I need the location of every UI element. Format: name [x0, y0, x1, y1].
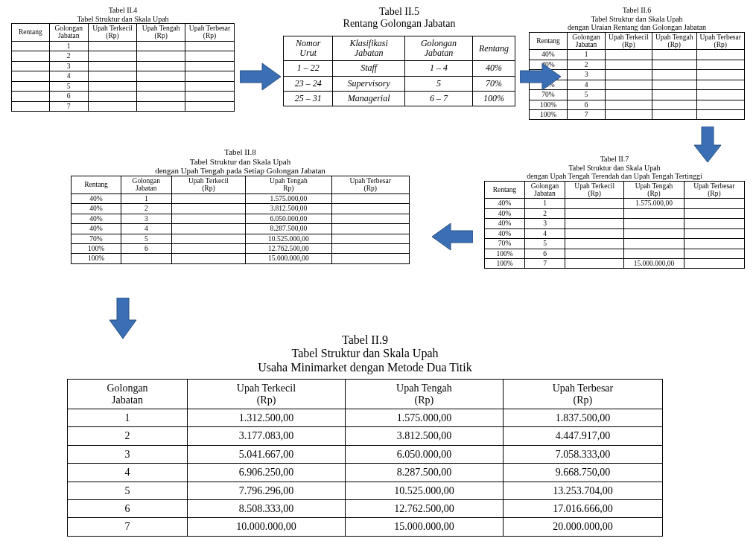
table-row: 100%7: [530, 110, 745, 120]
table-row: 5: [12, 81, 235, 91]
col-terbesar: Upah Terbesar(Rp): [185, 24, 235, 42]
col-tengah: Upah Tengah(Rp): [652, 32, 696, 50]
table-II9: GolonganJabatan Upah Terkecil(Rp) Upah T…: [67, 379, 663, 537]
table-row: 40%3: [485, 219, 745, 228]
table-II9-block: Tabel II.9 Tabel Struktur dan Skala Upah…: [67, 333, 663, 537]
table-II5-block: Tabel II.5 Rentang Golongan Jabatan Nomo…: [283, 6, 515, 106]
table-row: 40%11.575.000,00: [485, 199, 745, 208]
table-row: 710.000.000,0015.000.000,0020.000.000,00: [68, 518, 663, 536]
table-row: 100%715.000.000,00: [485, 259, 745, 269]
table-row: 100%6: [485, 249, 745, 258]
col-rentang: Rentang: [472, 36, 515, 61]
col-rentang: Rentang: [485, 181, 525, 199]
col-tengah: Upah Tengah(Rp): [624, 181, 684, 199]
table-II8: Rentang GolonganJabatan Upah Terkecil(Rp…: [71, 176, 410, 264]
table-row: 1 – 22Staff1 – 440%: [284, 61, 515, 76]
table-II6-title2: Tabel Struktur dan Skala Upah: [529, 15, 745, 24]
table-II5-title1: Tabel II.5: [283, 6, 515, 18]
arrow-right-icon: [520, 62, 561, 92]
table-row: 40%36.050.000,00: [72, 214, 410, 223]
table-row: 40%4: [530, 80, 745, 89]
table-row: 68.508.333,0012.762.500,0017.016.666,00: [68, 499, 663, 517]
table-row: Rentang GolonganJabatan Upah Terkecil(Rp…: [12, 24, 235, 42]
arrow-left-icon: [432, 222, 473, 252]
table-row: Rentang GolonganJabatan Upah Terkecil(Rp…: [485, 181, 745, 199]
table-row: 40%23.812.500,00: [72, 204, 410, 214]
svg-marker-3: [432, 223, 473, 250]
table-II5-title2: Rentang Golongan Jabatan: [283, 18, 515, 30]
table-II6-title1: Tabel II.6: [529, 6, 745, 15]
col-terkecil: Upah Terkecil(Rp): [565, 181, 624, 199]
col-rentang: Rentang: [72, 176, 121, 193]
table-row: 40%4: [485, 228, 745, 238]
table-row: Rentang GolonganJabatan Upah Terkecil(Rp…: [72, 176, 410, 193]
table-row: 23.177.083,003.812.500,004.447.917,00: [68, 427, 663, 445]
table-row: 35.041.667,006.050.000,007.058.333,00: [68, 445, 663, 463]
table-row: 25 – 31Managerial6 – 7100%: [284, 91, 515, 106]
table-row: 40%2: [530, 60, 745, 69]
table-II9-title3: Usaha Minimarket dengan Metode Dua Titik: [67, 361, 663, 374]
col-tengah: Upah TengahRp): [246, 176, 331, 193]
table-row: Nomor Urut Klasifikasi Jabatan Golongan …: [284, 36, 515, 61]
col-terbesar: Upah Terbesar(Rp): [503, 380, 662, 409]
table-II6-title3: dengan Uraian Rentang dan Golongan Jabat…: [529, 23, 745, 32]
table-row: 11.312.500,001.575.000,001.837.500,00: [68, 409, 663, 426]
table-row: 100%15.000.000,00: [72, 254, 410, 263]
table-II9-title1: Tabel II.9: [67, 333, 663, 347]
table-row: 70%5: [485, 239, 745, 249]
arrow-down-icon: [693, 127, 722, 162]
table-row: 7: [12, 101, 235, 111]
svg-marker-1: [520, 63, 561, 90]
table-II6-block: Tabel II.6 Tabel Struktur dan Skala Upah…: [529, 6, 745, 120]
table-row: 40%3: [530, 70, 745, 80]
col-terbesar: Upah Terbesar(Rp): [684, 181, 744, 199]
diagram-container: Tabel II.4 Tabel Struktur dan Skala Upah…: [7, 6, 749, 538]
col-terbesar: Upah Terbesar(Rp): [696, 32, 744, 50]
table-II9-title2: Tabel Struktur dan Skala Upah: [67, 347, 663, 360]
table-row: 100%6: [530, 100, 745, 109]
table-row: 23 – 24Supervisory570%: [284, 76, 515, 91]
table-II4-title1: Tabel II.4: [11, 6, 235, 15]
table-II8-title1: Tabel II.8: [71, 147, 410, 157]
col-tengah: Upah Tengah(Rp): [137, 24, 185, 42]
table-row: 100%612.762.500,00: [72, 243, 410, 253]
col-nomor: Nomor Urut: [284, 36, 333, 61]
svg-marker-4: [109, 298, 136, 339]
table-II8-block: Tabel II.8 Tabel Struktur dan Skala Upah…: [71, 147, 410, 264]
table-row: 40%2: [485, 208, 745, 218]
table-II4-title2: Tabel Struktur dan Skala Upah: [11, 15, 235, 24]
table-row: 40%1: [530, 50, 745, 60]
table-row: GolonganJabatan Upah Terkecil(Rp) Upah T…: [68, 380, 663, 409]
col-terkecil: Upah Terkecil(Rp): [606, 32, 652, 50]
table-II8-title2: Tabel Struktur dan Skala Upah: [71, 157, 410, 167]
col-rentang: Rentang: [530, 32, 568, 50]
svg-marker-0: [240, 63, 281, 90]
table-II7-title3: dengan Upah Tengah Terendah dan Upah Ten…: [484, 172, 745, 181]
table-row: 2: [12, 51, 235, 61]
table-row: 1: [12, 41, 235, 51]
table-II7-block: Tabel II.7 Tabel Struktur dan Skala Upah…: [484, 155, 745, 269]
table-II7: Rentang GolonganJabatan Upah Terkecil(Rp…: [484, 181, 745, 269]
table-row: 57.796.296,0010.525.000,0013.253.704,00: [68, 482, 663, 499]
table-row: 70%510.525.000,00: [72, 234, 410, 243]
table-II5: Nomor Urut Klasifikasi Jabatan Golongan …: [283, 36, 515, 106]
col-rentang: Rentang: [12, 24, 50, 42]
table-row: 70%5: [530, 90, 745, 100]
col-terkecil: Upah Terkecil(Rp): [88, 24, 137, 42]
col-golongan: GolonganJabatan: [68, 380, 188, 409]
table-row: 40%48.287.500,00: [72, 224, 410, 234]
table-II4: Rentang GolonganJabatan Upah Terkecil(Rp…: [11, 23, 235, 112]
col-klasifikasi: Klasifikasi Jabatan: [333, 36, 405, 61]
table-row: 40%11.575.000,00: [72, 193, 410, 203]
table-II7-title2: Tabel Struktur dan Skala Upah: [484, 164, 745, 173]
col-golongan: GolonganJabatan: [121, 176, 171, 193]
table-row: 3: [12, 61, 235, 71]
table-row: Rentang GolonganJabatan Upah Terkecil(Rp…: [530, 32, 745, 50]
col-golongan: GolonganJabatan: [525, 181, 565, 199]
table-row: 6: [12, 92, 235, 101]
table-II8-title3: dengan Upah Tengah pada Setiap Golongan …: [71, 166, 410, 176]
arrow-down-icon: [108, 298, 138, 339]
table-II4-block: Tabel II.4 Tabel Struktur dan Skala Upah…: [11, 6, 235, 112]
table-row: 4: [12, 71, 235, 81]
col-terkecil: Upah Terkecil(Rp): [171, 176, 246, 193]
